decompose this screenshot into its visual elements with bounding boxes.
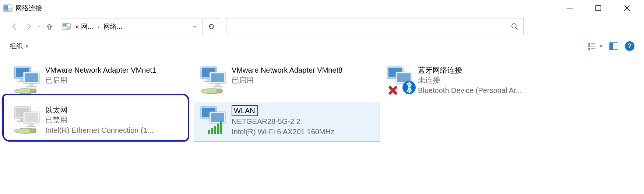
view-button[interactable]: ▼ [588,42,603,50]
pane-icon [609,42,618,50]
command-bar: 组织 ▼ ▼ ? [0,37,644,55]
svg-rect-16 [591,46,595,46]
items-grid: VMware Network Adapter VMnet1 已启用 [7,62,637,142]
breadcrumb-part2[interactable]: 网络... [101,18,124,35]
address-dropdown[interactable] [187,18,203,35]
svg-rect-50 [29,124,34,126]
connection-detail: Intel(R) Ethernet Connection (1... [45,125,190,135]
window-controls [564,3,641,13]
connection-name: VMware Network Adapter VMnet8 [232,65,377,75]
connection-detail: Intel(R) Wi-Fi 6 AX201 160MHz [232,127,377,137]
connection-status: 未连接 [418,75,563,85]
connection-item-wlan[interactable]: WLAN NETGEAR28-5G-2 2 Intel(R) Wi-Fi 6 A… [194,102,380,142]
svg-rect-17 [588,48,590,50]
svg-rect-13 [588,43,590,45]
svg-rect-15 [588,45,590,47]
svg-rect-35 [215,84,220,86]
organize-button[interactable]: 组织 ▼ [10,42,29,51]
network-enabled-icon [11,65,45,98]
svg-rect-9 [63,24,66,27]
title-bar: 网络连接 [0,0,644,16]
connection-status: 已启用 [45,75,190,85]
up-button[interactable] [43,20,56,33]
close-button[interactable] [622,3,632,13]
connection-name: 蓝牙网络连接 [418,65,563,75]
connection-name: 以太网 [45,105,190,115]
svg-rect-14 [591,43,595,44]
chevron-down-icon: ▼ [599,44,603,48]
svg-rect-36 [212,86,223,87]
help-button[interactable]: ? [625,41,634,51]
svg-rect-49 [25,113,38,122]
chevron-down-icon: ▼ [25,44,29,48]
refresh-button[interactable] [203,18,220,35]
search-box[interactable] [226,18,524,35]
back-button[interactable] [8,20,21,33]
connection-status: NETGEAR28-5G-2 2 [232,116,377,127]
preview-pane-button[interactable] [609,42,618,50]
svg-rect-18 [591,48,595,49]
content-area: VMware Network Adapter VMnet1 已启用 [0,55,644,145]
forward-button[interactable] [22,20,35,33]
maximize-button[interactable] [593,3,603,13]
svg-rect-58 [208,130,210,134]
search-icon[interactable] [506,18,523,35]
connection-item-bluetooth[interactable]: 蓝牙网络连接 未连接 Bluetooth Device (Personal Ar… [380,62,566,102]
svg-rect-2 [8,8,11,10]
svg-rect-3 [4,8,8,10]
connection-name: VMware Network Adapter VMnet1 [45,65,190,75]
connection-name: WLAN [232,105,377,116]
window-icon [3,3,13,13]
svg-point-11 [512,24,516,28]
connection-item-vmnet8[interactable]: VMware Network Adapter VMnet8 已启用 [194,62,380,102]
svg-rect-60 [214,126,216,134]
wifi-connected-icon [197,104,232,138]
wlan-red-highlight: WLAN [232,105,258,116]
breadcrumb-part1[interactable]: « 网... [73,18,95,35]
connection-status: 已禁用 [45,115,190,125]
svg-rect-59 [211,128,213,134]
svg-rect-24 [25,73,38,82]
svg-rect-53 [31,129,36,132]
window-title: 网络连接 [15,4,42,13]
svg-rect-61 [217,124,219,134]
svg-rect-1 [4,6,8,8]
connection-status: 已启用 [232,75,377,85]
bluetooth-disconnected-icon [383,65,418,98]
svg-rect-62 [220,121,222,134]
svg-rect-51 [26,126,36,127]
minimize-button[interactable] [564,3,575,13]
svg-rect-38 [217,89,222,93]
view-icon [588,42,596,50]
breadcrumb-separator[interactable]: › [95,24,101,30]
connection-item-ethernet[interactable]: 以太网 已禁用 Intel(R) Ethernet Connection (1.… [7,102,194,142]
nav-bar: « 网... › 网络... [0,16,644,37]
svg-rect-57 [211,113,224,122]
svg-rect-34 [211,73,224,82]
svg-rect-26 [26,86,36,87]
connection-detail: Bluetooth Device (Personal Ar... [418,85,563,96]
svg-rect-5 [596,6,601,11]
svg-rect-25 [29,84,34,86]
svg-rect-10 [67,27,70,29]
svg-rect-28 [31,89,36,93]
address-icon [59,22,73,31]
svg-line-12 [516,28,518,30]
recent-locations-button[interactable] [36,25,42,28]
address-bar[interactable]: « 网... › 网络... [59,18,220,35]
connection-item-vmnet1[interactable]: VMware Network Adapter VMnet1 已启用 [7,62,194,102]
network-enabled-icon [197,65,232,98]
search-input[interactable] [226,23,506,31]
organize-label: 组织 [10,42,23,51]
network-disabled-icon [11,104,45,138]
